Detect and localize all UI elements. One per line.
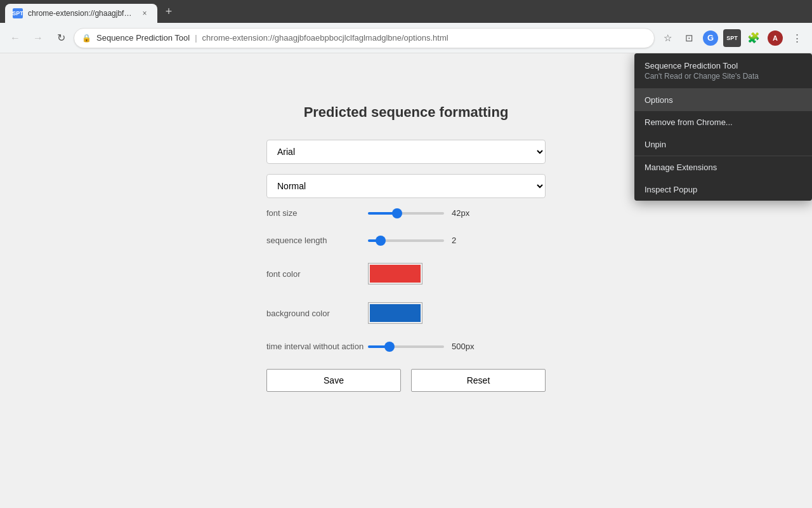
- cast-button[interactable]: ⊡: [679, 28, 699, 48]
- extensions-button[interactable]: 🧩: [743, 28, 764, 48]
- toolbar-icons: ☆ ⊡ G SPT 🧩 A ⋮: [657, 28, 807, 48]
- page-title: Predicted sequence formatting: [266, 104, 546, 121]
- tab-title: chrome-extension://ghaagjbfo...: [28, 9, 134, 18]
- google-account-button[interactable]: G: [700, 28, 721, 48]
- context-menu-item-manage[interactable]: Manage Extensions: [634, 156, 812, 178]
- background-color-picker[interactable]: [368, 302, 422, 324]
- url-path: chrome-extension://ghaagjbfoaebpbocjlclf…: [202, 33, 449, 43]
- avatar-icon: A: [768, 30, 783, 46]
- background-color-label: background color: [266, 309, 368, 318]
- active-tab[interactable]: SPT chrome-extension://ghaagjbfo... ×: [5, 4, 157, 23]
- page-content: Predicted sequence formatting Arial Time…: [0, 53, 812, 508]
- background-color-swatch: [370, 304, 421, 322]
- profile-button[interactable]: A: [765, 28, 785, 48]
- lock-icon: 🔒: [82, 34, 91, 43]
- save-button[interactable]: Save: [266, 369, 401, 392]
- address-bar[interactable]: 🔒 Sequence Prediction Tool | chrome-exte…: [74, 28, 655, 48]
- tab-close-button[interactable]: ×: [140, 8, 150, 18]
- context-menu-extension-status: Can't Read or Change Site's Data: [645, 72, 802, 81]
- spt-icon: SPT: [723, 29, 741, 47]
- sequence-length-row: sequence length 2: [266, 236, 546, 245]
- font-color-row: font color: [266, 263, 546, 284]
- context-menu-item-options[interactable]: Options: [634, 89, 812, 111]
- font-size-label: font size: [266, 208, 368, 218]
- background-color-row: background color: [266, 302, 546, 324]
- reset-button[interactable]: Reset: [411, 369, 546, 392]
- font-select[interactable]: Arial Times New Roman Courier New Verdan…: [266, 140, 546, 164]
- google-icon: G: [703, 30, 718, 46]
- new-tab-button[interactable]: +: [160, 3, 178, 20]
- sequence-length-slider[interactable]: [368, 239, 444, 242]
- spt-extension-button[interactable]: SPT: [722, 28, 742, 48]
- buttons-row: Save Reset: [266, 369, 546, 392]
- font-color-picker[interactable]: [368, 263, 422, 284]
- time-interval-row: time interval without action 500px: [266, 342, 546, 351]
- tab-favicon: SPT: [13, 8, 23, 18]
- more-menu-button[interactable]: ⋮: [787, 28, 807, 48]
- font-size-slider[interactable]: [368, 212, 444, 215]
- back-button[interactable]: ←: [5, 28, 25, 48]
- weight-select[interactable]: Normal Bold Italic Bold Italic: [266, 174, 546, 198]
- context-menu-item-inspect[interactable]: Inspect Popup: [634, 178, 812, 201]
- time-interval-slider-container: 500px: [368, 342, 546, 351]
- font-color-label: font color: [266, 269, 368, 279]
- address-bar-row: ← → ↻ 🔒 Sequence Prediction Tool | chrom…: [0, 23, 812, 53]
- font-size-slider-container: 42px: [368, 208, 546, 218]
- context-menu-item-remove[interactable]: Remove from Chrome...: [634, 111, 812, 133]
- sequence-length-value: 2: [452, 236, 477, 245]
- reload-button[interactable]: ↻: [51, 28, 71, 48]
- sequence-length-slider-container: 2: [368, 236, 546, 245]
- font-size-row: font size 42px: [266, 208, 546, 218]
- tab-bar: SPT chrome-extension://ghaagjbfo... × +: [0, 0, 812, 23]
- sequence-length-label: sequence length: [266, 236, 368, 245]
- context-menu-header: Sequence Prediction Tool Can't Read or C…: [634, 53, 812, 89]
- puzzle-icon: 🧩: [747, 32, 760, 44]
- site-name: Sequence Prediction Tool: [96, 33, 190, 43]
- font-size-value: 42px: [452, 208, 477, 218]
- browser-frame: SPT chrome-extension://ghaagjbfo... × + …: [0, 0, 812, 508]
- context-menu-item-unpin[interactable]: Unpin: [634, 133, 812, 156]
- time-interval-label: time interval without action: [266, 342, 368, 351]
- font-color-swatch: [370, 265, 421, 283]
- context-menu: Sequence Prediction Tool Can't Read or C…: [634, 53, 812, 201]
- options-card: Predicted sequence formatting Arial Time…: [241, 79, 571, 508]
- url-separator: |: [195, 33, 197, 43]
- star-button[interactable]: ☆: [657, 28, 678, 48]
- context-menu-extension-name: Sequence Prediction Tool: [645, 61, 802, 70]
- time-interval-value: 500px: [452, 342, 477, 351]
- time-interval-slider[interactable]: [368, 345, 444, 348]
- forward-button[interactable]: →: [28, 28, 48, 48]
